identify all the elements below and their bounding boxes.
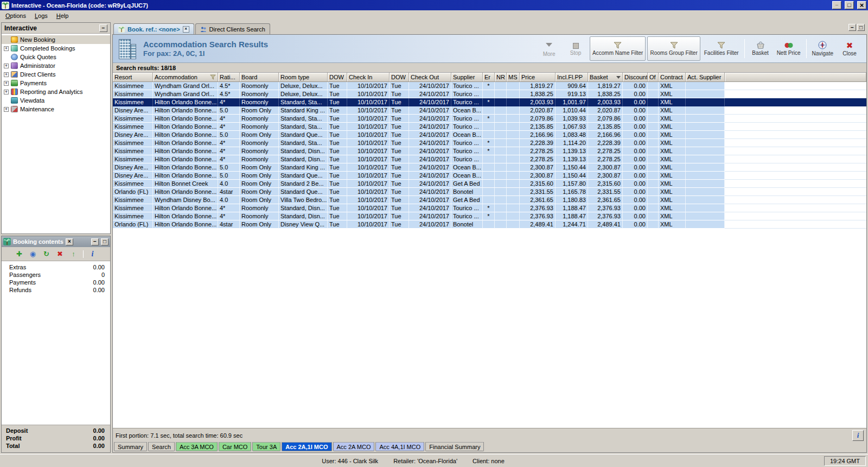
bottom-tab[interactable]: Acc 2A MCO <box>333 442 375 451</box>
col-accommodation[interactable]: Accommodation <box>153 73 218 81</box>
sidebar-item[interactable]: Direct Clients <box>2 70 110 79</box>
col-of[interactable]: Of <box>648 73 659 81</box>
cell-rating: 5.0 <box>218 106 240 115</box>
col-act-supplier[interactable]: Act. Supplier <box>686 73 725 81</box>
table-row[interactable]: Kissimmee Hilton Orlando Bonne... 4* Roo… <box>113 212 866 220</box>
mdi-restore-button[interactable]: □ <box>857 24 865 31</box>
table-row[interactable]: Kissimmee Hilton Orlando Bonne... 4* Roo… <box>113 115 866 123</box>
tab-close-icon[interactable] <box>183 26 189 33</box>
table-row[interactable]: Kissimmee Wyndham Grand Orl... 4.5* Room… <box>113 82 866 90</box>
tab-booking-ref[interactable]: Book. ref.: <none> <box>113 23 194 34</box>
cell-price: 2,376.93 <box>520 212 556 220</box>
accomm-name-filter-button[interactable]: Accomm Name Filter <box>590 36 646 61</box>
sidebar-item[interactable]: Reporting and Analytics <box>2 87 110 96</box>
panel-collapse-button[interactable]: − <box>99 24 107 32</box>
booking-panel-minimize-button[interactable]: − <box>91 238 99 245</box>
table-row[interactable]: Orlando (FL) Hilton Orlando Bonne... 4st… <box>113 188 866 196</box>
expand-plus-icon[interactable] <box>4 107 9 112</box>
table-row[interactable]: Disney Are... Hilton Orlando Bonne... 5.… <box>113 131 866 139</box>
col-dow-out[interactable]: DOW <box>390 73 409 81</box>
sidebar-item[interactable]: Viewdata <box>2 96 110 105</box>
window-close-button[interactable] <box>857 1 866 9</box>
mdi-minimize-button[interactable]: − <box>848 24 856 31</box>
stop-button[interactable]: Stop <box>563 36 588 61</box>
expand-plus-icon[interactable] <box>4 46 9 51</box>
menu-help[interactable]: Help <box>52 11 73 20</box>
bottom-tab[interactable]: Search <box>148 442 175 451</box>
expand-plus-icon[interactable] <box>4 72 9 77</box>
window-maximize-button[interactable] <box>845 1 854 9</box>
col-room-type[interactable]: Room type <box>279 73 328 81</box>
table-row[interactable]: Disney Are... Hilton Orlando Bonne... 5.… <box>113 172 866 180</box>
table-row[interactable]: Orlando (FL) Hilton Orlando Bonne... 4st… <box>113 220 866 229</box>
col-nr[interactable]: NR <box>495 73 507 81</box>
more-button[interactable]: More <box>537 36 561 61</box>
close-results-button[interactable]: ✖ Close <box>837 36 862 61</box>
booking-panel-maximize-button[interactable]: □ <box>101 238 108 245</box>
sidebar-item[interactable]: Completed Bookings <box>2 44 110 53</box>
bottom-tab[interactable]: Summary <box>114 442 147 451</box>
sidebar-item[interactable]: Maintenance <box>2 105 110 113</box>
nett-price-button[interactable]: Nett Price <box>775 36 803 61</box>
table-row[interactable]: Kissimmee Hilton Orlando Bonne... 4* Roo… <box>113 139 866 147</box>
menu-options[interactable]: Options <box>1 11 30 20</box>
expand-plus-icon[interactable] <box>4 90 9 94</box>
expand-plus-icon[interactable] <box>4 64 9 68</box>
sidebar-item[interactable]: New Booking <box>2 35 110 44</box>
tab-direct-clients-search[interactable]: Direct Clients Search <box>195 23 270 34</box>
cell-check-out: 24/10/2017 <box>409 90 451 98</box>
col-basket[interactable]: Basket <box>588 73 623 81</box>
bottom-tab[interactable]: Tour 3A <box>252 442 280 451</box>
col-dow-in[interactable]: DOW <box>328 73 347 81</box>
col-incl-fl-pp[interactable]: Incl.Fl.PP <box>556 73 588 81</box>
col-check-out[interactable]: Check Out <box>409 73 451 81</box>
info-button[interactable]: i <box>852 430 864 441</box>
col-discount[interactable]: Discount <box>623 73 648 81</box>
navigate-button[interactable]: Navigate <box>810 36 835 61</box>
table-row[interactable]: Kissimmee Hilton Orlando Bonne... 4* Roo… <box>113 98 866 106</box>
col-er[interactable]: Er <box>483 73 495 81</box>
add-item-icon[interactable]: ✚ <box>15 250 24 258</box>
table-row[interactable]: Kissimmee Hilton Orlando Bonne... 4* Roo… <box>113 155 866 163</box>
bottom-tab[interactable]: Acc 3A MCO <box>176 442 218 451</box>
cell-rating: 4* <box>218 98 240 106</box>
expand-plus-icon[interactable] <box>4 81 9 86</box>
bottom-tab[interactable]: Acc 2A,1I MCO <box>282 442 331 451</box>
delete-item-icon[interactable]: ✖ <box>56 250 65 258</box>
col-board[interactable]: Board <box>240 73 279 81</box>
cell-price: 1,838.25 <box>520 90 556 98</box>
refresh-basket-icon[interactable]: ↻ <box>42 250 51 258</box>
col-supplier[interactable]: Supplier <box>451 73 483 81</box>
sidebar-item[interactable]: Payments <box>2 79 110 87</box>
window-minimize-button[interactable] <box>832 1 841 9</box>
col-rating[interactable]: Rati... <box>218 73 240 81</box>
table-row[interactable]: Kissimmee Hilton Orlando Bonne... 4* Roo… <box>113 123 866 131</box>
facilities-filter-button[interactable]: Facilities Filter <box>702 36 741 61</box>
menu-logs[interactable]: Logs <box>30 11 52 20</box>
sidebar-item[interactable]: Administrator <box>2 61 110 70</box>
info-icon[interactable]: i <box>88 250 97 258</box>
sidebar-item[interactable]: Quick Quotes <box>2 53 110 61</box>
table-row[interactable]: Kissimmee Hilton Bonnet Creek 4.0 Room O… <box>113 180 866 188</box>
table-row[interactable]: Kissimmee Hilton Orlando Bonne... 4* Roo… <box>113 147 866 155</box>
table-row[interactable]: Disney Are... Hilton Orlando Bonne... 5.… <box>113 163 866 172</box>
col-resort[interactable]: Resort <box>113 73 153 81</box>
cell-board: Room Only <box>240 180 279 188</box>
move-to-basket-icon[interactable]: ↑ <box>69 250 78 258</box>
col-check-in[interactable]: Check In <box>347 73 390 81</box>
booking-panel-close-button[interactable]: × <box>66 238 73 245</box>
col-price[interactable]: Price <box>520 73 556 81</box>
bottom-tab[interactable]: Car MCO <box>219 442 251 451</box>
col-filler <box>725 73 866 81</box>
col-ms[interactable]: MS <box>507 73 520 81</box>
globe-icon[interactable]: ◉ <box>29 250 37 258</box>
bottom-tab[interactable]: Acc 4A,1I MCO <box>375 442 424 451</box>
col-contract[interactable]: Contract <box>659 73 686 81</box>
table-row[interactable]: Kissimmee Hilton Orlando Bonne... 4* Roo… <box>113 204 866 212</box>
table-row[interactable]: Kissimmee Wyndham Disney Bo... 4.0 Room … <box>113 196 866 204</box>
basket-button[interactable]: Basket <box>748 36 773 61</box>
bottom-tab[interactable]: Financial Summary <box>425 442 484 451</box>
table-row[interactable]: Kissimmee Wyndham Grand Orl... 4.5* Room… <box>113 90 866 98</box>
rooms-group-filter-button[interactable]: Rooms Group Filter <box>647 36 700 61</box>
table-row[interactable]: Disney Are... Hilton Orlando Bonne... 5.… <box>113 106 866 115</box>
